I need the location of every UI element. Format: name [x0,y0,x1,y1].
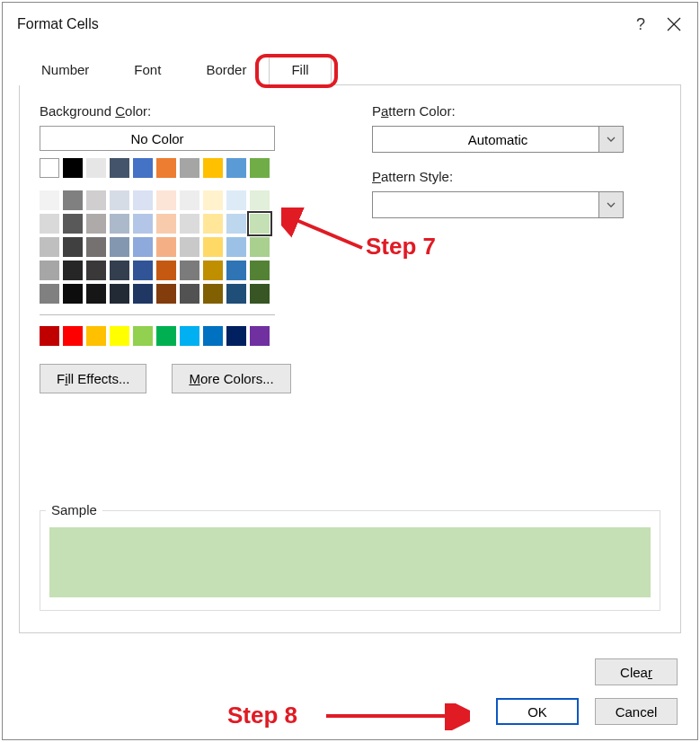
color-swatch[interactable] [250,261,270,280]
fill-effects-button[interactable]: Fill Effects... [40,364,146,393]
color-swatch[interactable] [86,214,106,234]
color-swatch[interactable] [203,261,223,280]
color-swatch[interactable] [226,214,246,234]
tab-font[interactable]: Font [111,54,183,85]
color-swatch[interactable] [86,284,106,304]
fill-panel: Background Color: No Color Fill Effects.… [19,85,681,633]
color-swatch[interactable] [203,214,223,234]
dialog-title: Format Cells [17,16,99,32]
color-swatch[interactable] [40,326,59,346]
ok-button[interactable]: OK [496,698,579,725]
pattern-style-select[interactable] [372,191,624,218]
color-swatch[interactable] [133,261,153,280]
sample-label: Sample [46,502,102,517]
color-swatch[interactable] [110,237,129,257]
tab-number[interactable]: Number [19,54,111,85]
color-swatch[interactable] [180,214,199,234]
color-swatch[interactable] [250,190,270,210]
color-swatch[interactable] [156,284,176,304]
color-swatch[interactable] [133,158,153,178]
color-swatch[interactable] [226,284,246,304]
no-color-button[interactable]: No Color [40,126,275,151]
color-palette [40,158,318,346]
color-swatch[interactable] [40,190,59,210]
color-swatch[interactable] [180,326,199,346]
pattern-color-value: Automatic [468,132,528,147]
color-swatch[interactable] [40,237,59,257]
color-swatch[interactable] [40,284,59,304]
chevron-down-icon [607,202,616,208]
color-swatch[interactable] [250,237,270,257]
color-swatch[interactable] [226,158,246,178]
tab-fill[interactable]: Fill [269,54,331,85]
color-swatch[interactable] [203,190,223,210]
color-swatch[interactable] [63,158,83,178]
color-swatch[interactable] [203,158,223,178]
annotation-arrow-step8 [317,703,470,730]
color-swatch[interactable] [203,326,223,346]
color-swatch[interactable] [250,214,270,234]
tab-bar: Number Font Border Fill [19,53,681,85]
color-swatch[interactable] [180,261,199,280]
color-swatch[interactable] [133,214,153,234]
color-swatch[interactable] [133,326,153,346]
chevron-down-icon [607,137,616,142]
color-swatch[interactable] [63,326,83,346]
sample-fieldset: Sample [40,510,660,611]
color-swatch[interactable] [156,158,176,178]
color-swatch[interactable] [110,158,129,178]
color-swatch[interactable] [156,237,176,257]
cancel-button[interactable]: Cancel [595,698,678,725]
color-swatch[interactable] [110,214,129,234]
background-color-label: Background Color: [40,103,318,119]
pattern-style-dropdown-button[interactable] [598,191,624,218]
more-colors-button[interactable]: More Colors... [172,364,290,393]
color-swatch[interactable] [110,284,129,304]
color-swatch[interactable] [203,237,223,257]
color-swatch[interactable] [110,326,129,346]
dialog-content: Number Font Border Fill Background Color… [3,46,697,649]
color-swatch[interactable] [63,214,83,234]
color-swatch[interactable] [63,284,83,304]
pattern-color-select[interactable]: Automatic [372,126,624,153]
color-swatch[interactable] [110,190,129,210]
color-swatch[interactable] [133,190,153,210]
titlebar: Format Cells ? [3,3,697,46]
color-swatch[interactable] [250,326,270,346]
color-swatch[interactable] [133,237,153,257]
color-swatch[interactable] [110,261,129,280]
color-swatch[interactable] [40,214,59,234]
color-swatch[interactable] [180,158,199,178]
close-button[interactable] [665,15,683,33]
color-swatch[interactable] [156,326,176,346]
clear-button[interactable]: Clear [595,658,678,685]
help-button[interactable]: ? [636,15,645,34]
pattern-color-dropdown-button[interactable] [598,126,624,153]
color-swatch[interactable] [133,284,153,304]
color-swatch[interactable] [156,261,176,280]
color-swatch[interactable] [63,190,83,210]
color-swatch[interactable] [226,261,246,280]
color-swatch[interactable] [203,284,223,304]
color-swatch[interactable] [250,158,270,178]
color-swatch[interactable] [180,284,199,304]
color-swatch[interactable] [86,261,106,280]
color-swatch[interactable] [63,261,83,280]
color-swatch[interactable] [40,261,59,280]
color-swatch[interactable] [86,326,106,346]
tab-border[interactable]: Border [183,54,269,85]
color-swatch[interactable] [63,237,83,257]
color-swatch[interactable] [250,284,270,304]
color-swatch[interactable] [226,326,246,346]
color-swatch[interactable] [86,190,106,210]
color-swatch[interactable] [180,237,199,257]
color-swatch[interactable] [40,158,59,178]
color-swatch[interactable] [226,237,246,257]
color-swatch[interactable] [156,214,176,234]
color-swatch[interactable] [156,190,176,210]
color-swatch[interactable] [86,237,106,257]
color-swatch[interactable] [226,190,246,210]
close-icon [667,17,681,31]
color-swatch[interactable] [86,158,106,178]
color-swatch[interactable] [180,190,199,210]
